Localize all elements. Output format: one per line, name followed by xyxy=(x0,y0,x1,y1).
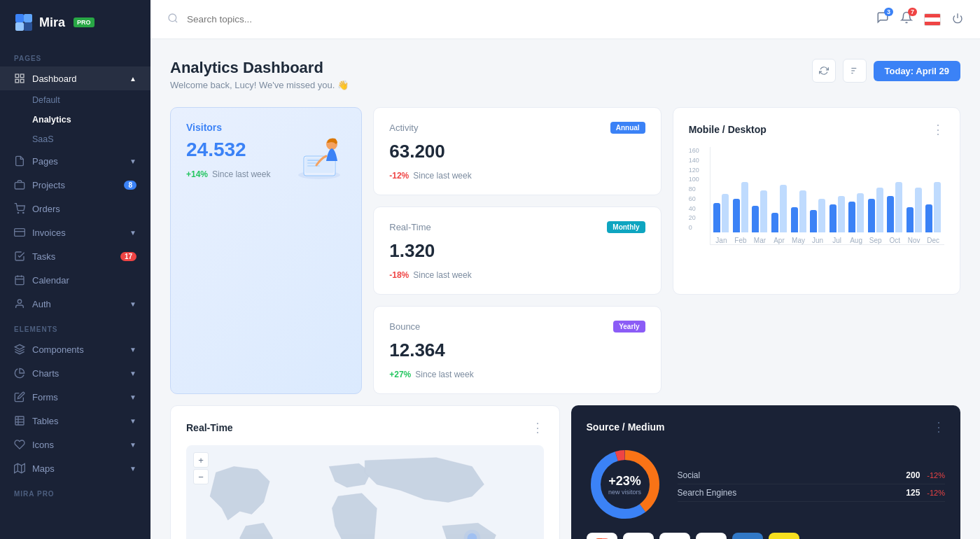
bounce-badge: Yearly xyxy=(613,321,645,332)
sidebar-sub-item-default[interactable]: Default xyxy=(0,90,150,110)
chevron-down-icon-icons: ▼ xyxy=(130,441,136,449)
sidebar-item-maps[interactable]: Maps ▼ xyxy=(0,456,150,480)
pro-badge: PRO xyxy=(74,18,94,27)
chart-more-button[interactable]: ⋮ xyxy=(932,122,944,137)
sidebar-item-label-auth: Auth xyxy=(32,299,51,309)
svg-rect-37 xyxy=(307,165,320,167)
sidebar: Mira PRO PAGES Dashboard ▲ Default Analy… xyxy=(0,0,150,539)
content-area: Analytics Dashboard Welcome back, Lucy! … xyxy=(150,39,980,539)
map-zoom-out-button[interactable]: − xyxy=(193,469,209,484)
source-more-button[interactable]: ⋮ xyxy=(932,419,945,435)
sidebar-item-label-orders: Orders xyxy=(32,204,60,214)
tech-logo-typescript: TS xyxy=(732,533,763,539)
alerts-button[interactable]: 7 xyxy=(900,11,913,27)
svg-point-9 xyxy=(18,212,18,213)
activity-label: Activity xyxy=(389,122,418,133)
sidebar-item-charts[interactable]: Charts ▼ xyxy=(0,361,150,385)
source-search-name: Search Engines xyxy=(678,488,737,498)
svg-rect-2 xyxy=(15,22,24,31)
svg-rect-19 xyxy=(15,416,24,425)
sidebar-item-label-invoices: Invoices xyxy=(32,227,66,238)
notifications-button[interactable]: 3 xyxy=(876,11,889,27)
topbar: 3 7 xyxy=(150,0,980,39)
svg-rect-1 xyxy=(24,14,32,22)
language-flag[interactable] xyxy=(924,13,941,26)
sidebar-item-calendar[interactable]: Calendar xyxy=(0,268,150,292)
svg-point-10 xyxy=(23,212,24,213)
visitors-card: Visitors 24.532 xyxy=(170,107,362,394)
visitors-change: +14% xyxy=(186,169,208,179)
projects-badge: 8 xyxy=(124,181,136,190)
svg-rect-11 xyxy=(15,229,25,237)
sidebar-item-label-pages: Pages xyxy=(32,156,58,167)
donut-percentage: +23% xyxy=(608,474,641,489)
source-search-change: -12% xyxy=(927,489,945,497)
realtime-label: Real-Time xyxy=(389,222,430,232)
sidebar-item-icons[interactable]: Icons ▼ xyxy=(0,433,150,456)
power-button[interactable] xyxy=(952,13,963,27)
sidebar-item-pages[interactable]: Pages ▼ xyxy=(0,149,150,173)
search-input[interactable] xyxy=(187,14,868,24)
svg-rect-5 xyxy=(20,74,24,78)
visitors-since: Since last week xyxy=(212,169,270,179)
svg-rect-8 xyxy=(15,183,24,189)
today-button[interactable]: Today: April 29 xyxy=(874,61,960,81)
sidebar-item-dashboard[interactable]: Dashboard ▲ xyxy=(0,66,150,90)
source-item-search: Search Engines 125 -12% xyxy=(678,484,946,502)
svg-marker-23 xyxy=(15,463,25,472)
sidebar-item-orders[interactable]: Orders xyxy=(0,197,150,220)
realtime-badge: Monthly xyxy=(607,221,645,233)
filter-button[interactable] xyxy=(843,59,867,83)
search-icon xyxy=(167,13,178,27)
bottom-grid: Real-Time ⋮ + − xyxy=(170,405,960,539)
stats-grid: Visitors 24.532 xyxy=(170,107,960,394)
svg-line-27 xyxy=(175,20,177,22)
mobile-desktop-card: Mobile / Desktop ⋮ 160 140 120 100 80 60… xyxy=(673,107,960,295)
refresh-button[interactable] xyxy=(812,59,836,83)
map-container: + − xyxy=(186,445,544,539)
sidebar-item-invoices[interactable]: Invoices ▼ xyxy=(0,220,150,244)
page-subtitle: Welcome back, Lucy! We've missed you. 👋 xyxy=(170,80,349,90)
map-title: Real-Time xyxy=(186,422,233,433)
bar-chart: Jan Feb Mar Apr May Jun Ju xyxy=(710,147,944,245)
donut-chart: +23% new visitors xyxy=(587,446,664,523)
sidebar-item-projects[interactable]: Projects 8 xyxy=(0,173,150,197)
chevron-down-icon-invoices: ▼ xyxy=(130,229,136,237)
svg-point-26 xyxy=(169,14,176,22)
bar-mar: Mar xyxy=(752,148,769,244)
sidebar-item-forms[interactable]: Forms ▼ xyxy=(0,385,150,409)
tech-logos: NEXT .js TS JS xyxy=(587,533,946,539)
bar-sep: Sep xyxy=(867,148,884,244)
sidebar-item-label-components: Components xyxy=(32,344,84,355)
main-area: 3 7 Analytics Dashboard Welcome back, Lu… xyxy=(150,0,980,539)
sidebar-item-components[interactable]: Components ▼ xyxy=(0,337,150,361)
sidebar-sub-item-analytics[interactable]: Analytics xyxy=(0,110,150,130)
sub-stats-grid: Activity Annual 63.200 -12% Since last w… xyxy=(373,107,960,394)
sidebar-item-label-projects: Projects xyxy=(32,180,65,190)
map-zoom-in-button[interactable]: + xyxy=(193,452,209,468)
svg-rect-4 xyxy=(15,74,19,78)
logo-text: Mira xyxy=(39,15,65,30)
source-social-change: -12% xyxy=(927,471,945,479)
activity-badge: Annual xyxy=(610,122,645,134)
logo-area[interactable]: Mira PRO xyxy=(0,0,150,45)
svg-rect-0 xyxy=(15,14,24,22)
tech-logo-nextjs: NEXT .js xyxy=(696,533,727,539)
svg-marker-18 xyxy=(15,344,24,349)
sidebar-item-tasks[interactable]: Tasks 17 xyxy=(0,244,150,268)
tech-logo-sketch xyxy=(623,533,654,539)
realtime-change: -18% xyxy=(389,270,409,280)
sidebar-item-auth[interactable]: Auth ▼ xyxy=(0,292,150,316)
activity-card: Activity Annual 63.200 -12% Since last w… xyxy=(373,107,661,195)
chevron-down-icon-charts: ▼ xyxy=(130,370,136,377)
sidebar-sub-item-saas[interactable]: SaaS xyxy=(0,130,150,149)
chevron-down-icon-components: ▼ xyxy=(130,346,136,354)
source-search-value: 125 xyxy=(906,488,920,498)
sidebar-item-tables[interactable]: Tables ▼ xyxy=(0,409,150,433)
chevron-down-icon-tables: ▼ xyxy=(130,417,136,425)
notifications-badge: 3 xyxy=(884,8,893,16)
map-more-button[interactable]: ⋮ xyxy=(531,420,544,435)
sidebar-item-label-charts: Charts xyxy=(32,368,59,379)
source-social-value: 200 xyxy=(906,470,920,480)
svg-rect-7 xyxy=(20,79,24,83)
